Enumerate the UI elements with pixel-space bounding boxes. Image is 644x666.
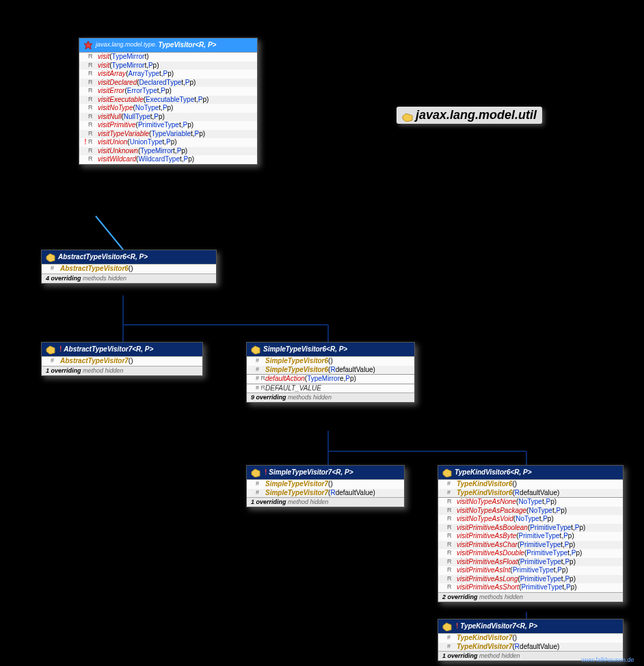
class-icon bbox=[251, 345, 260, 354]
svg-marker-17 bbox=[443, 623, 451, 631]
hidden-methods-note: 1 overriding method hidden bbox=[247, 497, 404, 507]
svg-marker-12 bbox=[46, 254, 55, 262]
member-row: R visitPrimitiveAsFloat (PrimitiveType t… bbox=[438, 558, 623, 567]
constructor-section: # TypeKindVisitor6 ()# TypeKindVisitor6 … bbox=[438, 479, 623, 497]
class-header: SimpleTypeVisitor6 <R, P> bbox=[247, 343, 414, 356]
constructor-section: # SimpleTypeVisitor6 ()# SimpleTypeVisit… bbox=[247, 356, 414, 374]
member-row: R visitError (ErrorType t, P p) bbox=[79, 87, 257, 96]
class-name: TypeKindVisitor6 bbox=[455, 468, 511, 477]
class-header: ! AbstractTypeVisitor7 <R, P> bbox=[42, 343, 202, 356]
class-simpletypevisitor7: ! SimpleTypeVisitor7 <R, P> # SimpleType… bbox=[246, 465, 405, 507]
interface-icon bbox=[83, 40, 93, 50]
class-icon bbox=[442, 622, 452, 631]
member-row: R visitDeclared (DeclaredType t, P p) bbox=[79, 79, 257, 88]
svg-marker-14 bbox=[252, 346, 260, 354]
class-simpletypevisitor6: SimpleTypeVisitor6 <R, P> # SimpleTypeVi… bbox=[246, 342, 415, 403]
member-row: # SimpleTypeVisitor6 (R defaultValue) bbox=[247, 366, 414, 375]
class-header: ! SimpleTypeVisitor7 <R, P> bbox=[247, 466, 404, 479]
constructor-section: # SimpleTypeVisitor7 ()# SimpleTypeVisit… bbox=[247, 479, 404, 497]
constructor-section: # TypeKindVisitor7 ()# TypeKindVisitor7 … bbox=[438, 633, 623, 651]
hidden-methods-note: 4 overriding methods hidden bbox=[42, 274, 216, 283]
class-generics: <R, P> bbox=[132, 345, 153, 354]
class-typevisitor: javax.lang.model.type. TypeVisitor <R, P… bbox=[79, 38, 258, 165]
member-row: R visitNoTypeAsNone (NoType t, P p) bbox=[438, 498, 623, 507]
class-icon bbox=[46, 345, 55, 354]
member-row: R visitNoType (NoType t, P p) bbox=[79, 104, 257, 113]
class-name: TypeVisitor bbox=[159, 41, 196, 50]
member-row: # TypeKindVisitor7 (R defaultValue) bbox=[438, 643, 623, 652]
member-row: # SimpleTypeVisitor7 (R defaultValue) bbox=[247, 489, 404, 498]
constructor-section: # AbstractTypeVisitor6 () bbox=[42, 264, 216, 274]
member-row: # SimpleTypeVisitor6 () bbox=[247, 357, 414, 366]
member-row: R visitTypeVariable (TypeVariable t, P p… bbox=[79, 130, 257, 139]
member-row: R visitPrimitiveAsInt (PrimitiveType t, … bbox=[438, 566, 623, 575]
member-row: R visitPrimitiveAsDouble (PrimitiveType … bbox=[438, 549, 623, 558]
svg-marker-15 bbox=[252, 469, 260, 477]
member-row: # AbstractTypeVisitor7 () bbox=[42, 357, 202, 366]
svg-marker-11 bbox=[84, 41, 92, 49]
member-row: R visitExecutable (ExecutableType t, P p… bbox=[79, 96, 257, 105]
class-generics: <R, P> bbox=[126, 253, 148, 262]
member-row: R visitPrimitiveAsByte (PrimitiveType t,… bbox=[438, 532, 623, 541]
member-row: R visitNull (NullType t, P p) bbox=[79, 113, 257, 122]
svg-marker-16 bbox=[443, 469, 451, 477]
class-abstracttypevisitor6: AbstractTypeVisitor6 <R, P> # AbstractTy… bbox=[41, 250, 217, 284]
member-row: !R visitUnion (UnionType t, P p) bbox=[79, 138, 257, 147]
class-generics: <R, P> bbox=[195, 41, 216, 50]
package-icon bbox=[402, 111, 413, 120]
member-row: R visit (TypeMirror t) bbox=[79, 53, 257, 62]
hidden-methods-note: 2 overriding methods hidden bbox=[438, 592, 623, 602]
svg-marker-10 bbox=[403, 114, 412, 122]
class-package: javax.lang.model.type. bbox=[96, 41, 157, 49]
member-row: # TypeKindVisitor6 (R defaultValue) bbox=[438, 489, 623, 498]
member-row: # AbstractTypeVisitor6 () bbox=[42, 265, 216, 274]
new-marker-icon: ! bbox=[59, 345, 62, 354]
footer-credit: www.falkhausen.de bbox=[581, 656, 634, 663]
class-typekindvisitor6: TypeKindVisitor6 <R, P> # TypeKindVisito… bbox=[438, 465, 623, 602]
member-row: R visitPrimitiveAsChar (PrimitiveType t,… bbox=[438, 541, 623, 550]
class-generics: <R, P> bbox=[326, 345, 347, 354]
member-row: # TypeKindVisitor7 () bbox=[438, 634, 623, 643]
class-header: ! TypeKindVisitor7 <R, P> bbox=[438, 620, 623, 633]
svg-line-0 bbox=[96, 216, 123, 250]
class-name: AbstractTypeVisitor6 bbox=[58, 253, 126, 262]
member-row: # SimpleTypeVisitor7 () bbox=[247, 480, 404, 489]
class-name: AbstractTypeVisitor7 bbox=[64, 345, 132, 354]
member-row: R visitArray (ArrayType t, P p) bbox=[79, 70, 257, 79]
member-row: # R DEFAULT_VALUE bbox=[247, 384, 414, 393]
member-row: # R defaultAction (TypeMirror e, P p) bbox=[247, 375, 414, 384]
package-title-text: javax.lang.model.util bbox=[416, 108, 537, 122]
package-title: javax.lang.model.util bbox=[397, 107, 542, 124]
class-icon bbox=[442, 468, 452, 477]
class-abstracttypevisitor7: ! AbstractTypeVisitor7 <R, P> # Abstract… bbox=[41, 342, 203, 376]
member-row: R visitWildcard (WildcardType t, P p) bbox=[79, 155, 257, 164]
hidden-methods-note: 9 overriding methods hidden bbox=[247, 392, 414, 402]
constructor-section: # AbstractTypeVisitor7 () bbox=[42, 356, 202, 366]
method-section: R visitNoTypeAsNone (NoType t, P p)R vis… bbox=[438, 497, 623, 592]
class-generics: <R, P> bbox=[516, 622, 537, 631]
member-row: R visitUnknown (TypeMirror t, P p) bbox=[79, 147, 257, 156]
field-section: # R DEFAULT_VALUE bbox=[247, 384, 414, 393]
member-row: R visitPrimitiveAsBoolean (PrimitiveType… bbox=[438, 524, 623, 533]
new-marker-icon: ! bbox=[265, 468, 267, 477]
svg-marker-13 bbox=[46, 346, 55, 354]
class-header: TypeKindVisitor6 <R, P> bbox=[438, 466, 623, 479]
class-icon bbox=[46, 252, 55, 262]
method-section: R visit (TypeMirror t)R visit (TypeMirro… bbox=[79, 52, 257, 164]
member-row: R visitPrimitiveAsShort (PrimitiveType t… bbox=[438, 583, 623, 592]
class-name: SimpleTypeVisitor7 bbox=[269, 468, 332, 477]
class-name: SimpleTypeVisitor6 bbox=[263, 345, 326, 354]
member-row: R visitPrimitive (PrimitiveType t, P p) bbox=[79, 121, 257, 130]
class-header: javax.lang.model.type. TypeVisitor <R, P… bbox=[79, 38, 257, 52]
method-section: # R defaultAction (TypeMirror e, P p) bbox=[247, 374, 414, 384]
class-typekindvisitor7: ! TypeKindVisitor7 <R, P> # TypeKindVisi… bbox=[438, 619, 623, 661]
new-marker-icon: ! bbox=[456, 622, 458, 631]
class-name: TypeKindVisitor7 bbox=[460, 622, 516, 631]
hidden-methods-note: 1 overriding method hidden bbox=[42, 366, 202, 375]
member-row: # TypeKindVisitor6 () bbox=[438, 480, 623, 489]
member-row: R visitNoTypeAsVoid (NoType t, P p) bbox=[438, 515, 623, 524]
member-row: R visit (TypeMirror t, P p) bbox=[79, 62, 257, 70]
member-row: R visitNoTypeAsPackage (NoType t, P p) bbox=[438, 507, 623, 516]
class-generics: <R, P> bbox=[511, 468, 532, 477]
member-row: R visitPrimitiveAsLong (PrimitiveType t,… bbox=[438, 575, 623, 584]
